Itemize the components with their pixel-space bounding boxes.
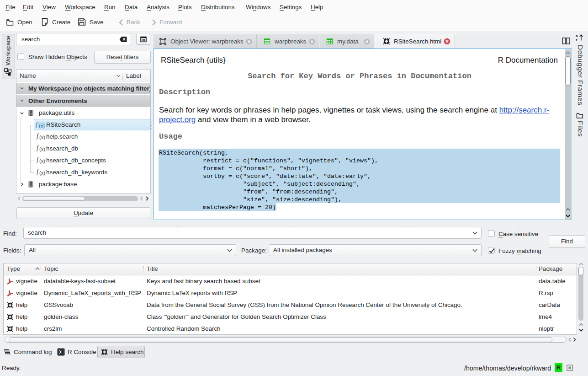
svg-text:z: z	[576, 38, 577, 42]
